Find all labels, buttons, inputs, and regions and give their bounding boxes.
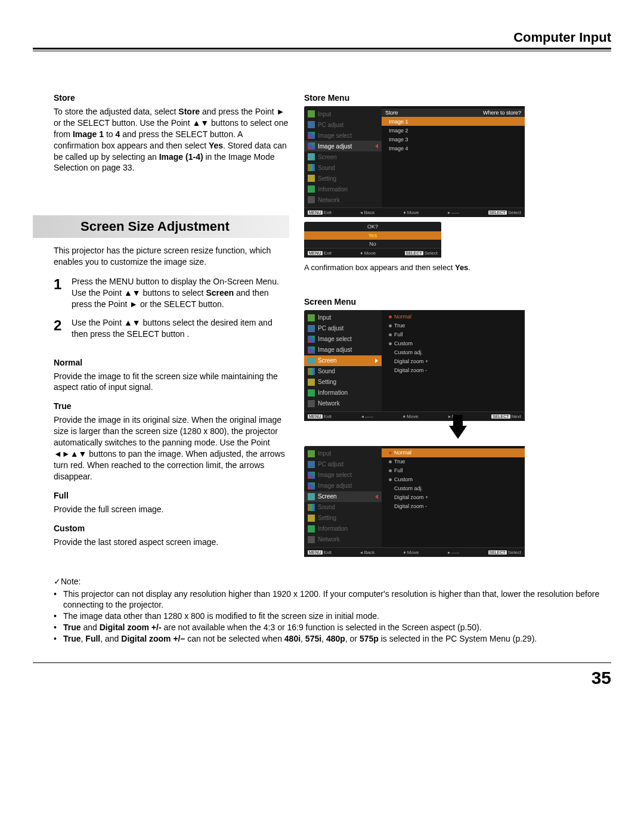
confirm-dialog: OK? Yes No MENUExit ♦ Move SELECTSelect <box>304 222 441 258</box>
step-text: Press the MENU button to display the On-… <box>72 276 289 310</box>
screen-menu-screenshot-b: Input PC adjust Image select Image adjus… <box>304 446 525 557</box>
mode-custom-heading: Custom <box>54 524 289 533</box>
menu-item-network: Network <box>318 197 340 203</box>
intro-paragraph: This projector has the picture screen re… <box>54 245 289 268</box>
step-1: 1 Press the MENU button to display the O… <box>54 276 289 310</box>
triangle-left-icon <box>375 144 378 148</box>
submenu-header-left: Store <box>385 110 398 116</box>
mode-true-heading: True <box>54 401 289 411</box>
mode-custom-text: Provide the last stored aspect screen im… <box>54 537 289 548</box>
menu-item-image-select: Image select <box>318 132 352 139</box>
submenu-header-right: Where to store? <box>483 110 521 116</box>
menu-item-sound: Sound <box>318 165 335 171</box>
mode-normal-heading: Normal <box>54 358 289 367</box>
triangle-left-icon <box>375 494 378 499</box>
store-image-4: Image 4 <box>389 145 408 151</box>
triangle-right-icon <box>375 358 378 363</box>
screen-menu-title: Screen Menu <box>304 297 611 306</box>
confirm-head: OK? <box>304 222 441 231</box>
screen-menu-screenshot-a: Input PC adjust Image select Image adjus… <box>304 310 525 421</box>
left-column: Store To store the adjusted data, select… <box>33 93 289 562</box>
step-number: 2 <box>54 317 72 340</box>
right-column: Store Menu Input PC adjust Image select … <box>304 93 611 562</box>
menu-item-input: Input <box>318 111 331 117</box>
mode-full-text: Provide the full screen image. <box>54 504 289 515</box>
store-image-3: Image 3 <box>389 137 408 143</box>
screen-menu-footer-a: MENUExit ◂ ----- ♦ Move ▸ Next SELECTNex… <box>304 411 525 421</box>
confirm-footer: MENUExit ♦ Move SELECTSelect <box>304 248 441 258</box>
confirm-yes: Yes <box>304 231 441 240</box>
menu-item-screen-selected: Screen <box>318 357 337 364</box>
arrow-down-icon <box>449 426 467 439</box>
menu-item-image-adjust: Image adjust <box>318 143 352 150</box>
confirm-caption: A confirmation box appears and then sele… <box>304 262 611 273</box>
store-menu-title: Store Menu <box>304 93 611 103</box>
store-heading: Store <box>54 93 289 103</box>
step-number: 1 <box>54 276 72 310</box>
page-number: 35 <box>33 663 611 688</box>
note-item: •True and Digital zoom +/- are not avail… <box>58 622 611 633</box>
notes-heading: Note: <box>61 577 80 586</box>
confirm-no: No <box>304 240 441 248</box>
store-image-1: Image 1 <box>389 119 408 125</box>
store-paragraph: To store the adjusted data, select Store… <box>54 106 289 174</box>
mode-full-heading: Full <box>54 491 289 500</box>
step-2: 2 Use the Point ▲▼ buttons select the de… <box>54 317 289 340</box>
section-title-band: Screen Size Adjustment <box>33 215 289 238</box>
note-item: •The image data other than 1280 x 800 is… <box>58 611 611 622</box>
menu-item-setting: Setting <box>318 175 336 182</box>
mode-true-text: Provide the image in its original size. … <box>54 414 289 482</box>
note-item: •True, Full, and Digital zoom +/– can no… <box>58 633 611 645</box>
menu-item-screen: Screen <box>318 154 337 160</box>
store-menu-footer: MENUExit ◂ Back ♦ Move ▸ ----- SELECTSel… <box>304 208 525 217</box>
menu-item-pc-adjust: PC adjust <box>318 122 343 128</box>
notes-block: ✓Note: •This projector can not display a… <box>33 577 611 645</box>
mode-normal-text: Provide the image to fit the screen size… <box>54 371 289 394</box>
store-menu-screenshot: Input PC adjust Image select Image adjus… <box>304 106 525 217</box>
screen-menu-footer-b: MENUExit ◂ Back ♦ Move ▸ ----- SELECTSel… <box>304 547 525 557</box>
store-image-2: Image 2 <box>389 128 408 134</box>
menu-item-information: Information <box>318 186 348 193</box>
note-item: •This projector can not display any reso… <box>58 589 611 611</box>
step-text: Use the Point ▲▼ buttons select the desi… <box>72 317 289 340</box>
header-rule <box>33 48 611 51</box>
page-header: Computer Input <box>33 30 611 48</box>
